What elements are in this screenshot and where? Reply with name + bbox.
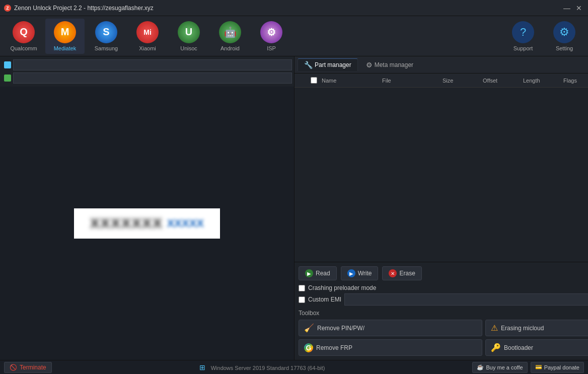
dropdown-select-1[interactable] [13, 59, 292, 70]
tab-meta-manager[interactable]: ⚙ Meta manager [360, 59, 419, 71]
nav-item-qualcomm[interactable]: Q Qualcomm [4, 19, 43, 54]
unisoc-icon: U [178, 21, 200, 43]
nav-item-unisoc[interactable]: U Unisoc [169, 19, 208, 54]
terminate-icon: 🚫 [10, 364, 17, 371]
crashing-preloader-label: Crashing preloader mode [308, 284, 376, 291]
status-bar: 🚫 Terminate ⊞ Windows Server 2019 Standa… [0, 360, 588, 374]
part-manager-icon: 🔧 [304, 61, 313, 69]
nav-item-samsung[interactable]: S Samsung [87, 19, 126, 54]
buy-coffe-icon: ☕ [477, 364, 484, 370]
crashing-preloader-row: Crashing preloader mode [299, 284, 588, 291]
status-right: ☕ Buy me a coffe 💳 Paypal donate [472, 362, 584, 373]
bootloader-label: Bootloader [504, 344, 533, 351]
left-dropdowns: ▼ ▼ [0, 56, 294, 87]
remove-pin-button[interactable]: 🧹 Remove PIN/PW/ [299, 320, 482, 336]
custom-emi-label: Custom EMI [308, 296, 341, 303]
th-size: Size [440, 78, 481, 84]
center-blue-text: XXXXX [167, 217, 204, 230]
remove-frp-button[interactable]: G Remove FRP [299, 339, 482, 356]
paypal-donate-button[interactable]: 💳 Paypal donate [531, 362, 584, 373]
th-checkbox [308, 77, 320, 84]
dropdown-select-2[interactable] [13, 72, 292, 84]
erase-label: Erase [399, 270, 415, 277]
nav-item-isp[interactable]: ⚙ ISP [252, 19, 291, 54]
android-icon: 🤖 [219, 21, 241, 43]
close-button[interactable]: ✕ [574, 3, 584, 13]
erase-button[interactable]: ✕ Erase [382, 266, 421, 280]
nav-item-android[interactable]: 🤖 Android [210, 19, 250, 54]
th-length: Length [521, 78, 561, 84]
remove-frp-label: Remove FRP [316, 344, 352, 351]
nav-item-xiaomi[interactable]: Mi Xiaomi [128, 19, 167, 54]
title-bar-text: Zenon Unlock Project 2.2 - https://zesug… [14, 5, 154, 12]
nav-icons: Q Qualcomm M Mediatek S Samsung Mi Xiaom… [4, 19, 503, 54]
dropdown-row-1: ▼ [4, 59, 290, 70]
toolbox-grid: 🧹 Remove PIN/PW/ ⚠ Erasing micloud G Rem… [299, 320, 588, 356]
write-button[interactable]: ▶ Write [341, 266, 379, 280]
support-label: Support [513, 45, 533, 51]
paypal-label: Paypal donate [544, 364, 579, 370]
dropdown-color-2 [4, 74, 11, 82]
left-panel: ▼ ▼ XXXXXXX XXXXX [0, 56, 295, 360]
bootloader-icon: 🔑 [491, 343, 501, 352]
tab-part-manager[interactable]: 🔧 Part manager [298, 58, 358, 71]
app-icon: Z [4, 5, 11, 12]
xiaomi-label: Xiaomi [139, 45, 156, 51]
remove-pin-label: Remove PIN/PW/ [317, 325, 364, 332]
buy-coffe-button[interactable]: ☕ Buy me a coffe [472, 362, 527, 373]
title-bar-controls: — ✕ [562, 3, 584, 13]
read-label: Read [316, 270, 330, 277]
qualcomm-icon: Q [13, 21, 35, 43]
tab-part-manager-label: Part manager [315, 61, 351, 68]
title-bar-left: Z Zenon Unlock Project 2.2 - https://zes… [4, 5, 154, 12]
read-button[interactable]: ▶ Read [299, 266, 337, 280]
custom-emi-row: Custom EMI 📁 [299, 293, 588, 306]
windows-icon: ⊞ [199, 363, 205, 371]
support-button[interactable]: ? Support [503, 19, 543, 54]
unisoc-label: Unisoc [180, 45, 197, 51]
dropdown-row-2: ▼ [4, 72, 290, 84]
xiaomi-icon: Mi [136, 21, 159, 43]
nav-item-mediatek[interactable]: M Mediatek [45, 19, 85, 54]
toolbox-label: Toolbox [299, 310, 588, 317]
samsung-icon: S [95, 21, 117, 43]
support-icon: ? [512, 21, 534, 43]
setting-label: Setting [556, 45, 573, 51]
terminate-button[interactable]: 🚫 Terminate [4, 362, 52, 373]
terminate-label: Terminate [20, 364, 46, 371]
center-content-box: XXXXXXX XXXXX [74, 208, 220, 239]
buy-coffe-label: Buy me a coffe [486, 364, 523, 370]
center-blurred-text: XXXXXXX [90, 215, 163, 232]
erase-icon: ✕ [389, 269, 397, 277]
samsung-label: Samsung [95, 45, 118, 51]
remove-pin-icon: 🧹 [304, 323, 314, 333]
android-label: Android [220, 45, 240, 51]
erasing-micloud-icon: ⚠ [491, 323, 498, 333]
erasing-micloud-button[interactable]: ⚠ Erasing micloud [485, 320, 588, 336]
erasing-micloud-label: Erasing micloud [501, 325, 544, 332]
isp-icon: ⚙ [260, 21, 282, 43]
status-info-text: Windows Server 2019 Standard 17763 (64-b… [211, 365, 325, 371]
setting-button[interactable]: ⚙ Setting [545, 19, 584, 54]
tabs-bar: 🔧 Part manager ⚙ Meta manager [295, 56, 588, 73]
bootloader-button[interactable]: 🔑 Bootloader [485, 339, 588, 356]
minimize-button[interactable]: — [562, 3, 572, 13]
mediatek-label: Mediatek [54, 45, 77, 51]
bottom-controls: ▶ Read ▶ Write ✕ Erase 🔧 Get Partitions … [295, 262, 588, 360]
meta-manager-icon: ⚙ [366, 61, 373, 69]
th-file: File [380, 78, 440, 84]
qualcomm-label: Qualcomm [10, 45, 37, 51]
custom-emi-checkbox[interactable] [299, 296, 305, 303]
title-bar: Z Zenon Unlock Project 2.2 - https://zes… [0, 0, 588, 16]
top-nav: Q Qualcomm M Mediatek S Samsung Mi Xiaom… [0, 16, 588, 56]
select-all-checkbox[interactable] [311, 77, 317, 84]
crashing-preloader-checkbox[interactable] [299, 285, 305, 291]
main-content: ▼ ▼ XXXXXXX XXXXX 🔧 Part manager [0, 56, 588, 360]
nav-right: ? Support ⚙ Setting [503, 19, 584, 54]
paypal-icon: 💳 [535, 364, 542, 370]
th-name: Name [320, 78, 380, 84]
setting-icon: ⚙ [553, 21, 575, 43]
custom-emi-input[interactable] [344, 293, 588, 306]
status-info: ⊞ Windows Server 2019 Standard 17763 (64… [52, 363, 473, 371]
write-label: Write [358, 270, 372, 277]
